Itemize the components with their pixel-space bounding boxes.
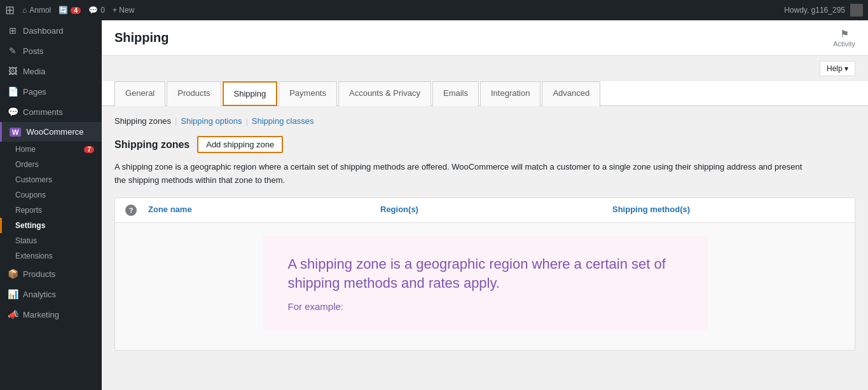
col-methods: Shipping method(s) [612, 205, 844, 216]
sidebar-sub-label: Status [15, 236, 37, 245]
media-icon: 🖼 [8, 66, 18, 76]
empty-state-box: A shipping zone is a geographic region w… [263, 236, 708, 332]
tab-integration[interactable]: Integration [480, 81, 541, 106]
howdy-text: Howdy, g116_295 [784, 6, 845, 15]
sidebar-item-comments[interactable]: 💬 Comments [0, 102, 102, 122]
zones-title: Shipping zones [114, 139, 189, 151]
add-shipping-zone-button[interactable]: Add shipping zone [197, 136, 283, 153]
sidebar-sub-settings[interactable]: Settings [0, 218, 102, 233]
settings-tabs: General Products Shipping Payments Accou… [102, 81, 868, 106]
sidebar-item-label: WooCommerce [26, 127, 83, 137]
wp-logo-icon[interactable]: ⊞ [5, 3, 15, 17]
top-bar: ⊞ ⌂ Anmol 🔄 4 💬 0 + New Howdy, g116_295 [0, 0, 868, 20]
sidebar-sub-label: Settings [15, 221, 45, 230]
sidebar-item-analytics[interactable]: 📊 Analytics [0, 284, 102, 304]
tab-emails[interactable]: Emails [432, 81, 479, 106]
sidebar-sub-label: Coupons [15, 191, 46, 199]
zones-description: A shipping zone is a geographic region w… [114, 161, 814, 187]
sidebar-sub-reports[interactable]: Reports [0, 203, 102, 218]
tab-content: Shipping zones | Shipping options | Ship… [102, 106, 868, 361]
marketing-icon: 📣 [8, 309, 18, 319]
col-regions: Region(s) [380, 205, 612, 216]
help-circle-icon[interactable]: ? [125, 205, 137, 216]
sidebar-item-posts[interactable]: ✎ Posts [0, 41, 102, 61]
sidebar-sub-status[interactable]: Status [0, 233, 102, 248]
empty-state-subtitle: For example: [288, 301, 682, 312]
comments-link[interactable]: 💬 0 [88, 6, 105, 15]
zones-header: Shipping zones Add shipping zone [114, 136, 855, 153]
shipping-zones-table: ? Zone name Region(s) Shipping method(s)… [114, 198, 855, 351]
subnav-zones[interactable]: Shipping zones [114, 116, 171, 126]
table-body-empty: A shipping zone is a geographic region w… [115, 223, 855, 350]
tab-shipping[interactable]: Shipping [223, 81, 278, 106]
sidebar-item-label: Marketing [23, 310, 59, 319]
tab-accounts-privacy[interactable]: Accounts & Privacy [338, 81, 431, 106]
analytics-icon: 📊 [8, 289, 18, 299]
activity-button[interactable]: ⚑ Activity [833, 28, 855, 48]
sidebar-sub-home[interactable]: Home 7 [0, 142, 102, 157]
sidebar-item-label: Media [23, 67, 45, 76]
tab-payments[interactable]: Payments [279, 81, 337, 106]
sidebar-item-pages[interactable]: 📄 Pages [0, 81, 102, 102]
sidebar-sub-label: Customers [15, 175, 52, 184]
comments-icon: 💬 [8, 107, 18, 117]
sidebar-item-label: Pages [23, 87, 46, 97]
posts-icon: ✎ [8, 46, 18, 56]
comment-icon: 💬 [88, 6, 98, 15]
updates-link[interactable]: 🔄 4 [59, 6, 81, 15]
sidebar-item-label: Comments [23, 107, 63, 117]
woo-icon: W [10, 128, 21, 137]
site-name-link[interactable]: ⌂ Anmol [22, 6, 51, 15]
tab-advanced[interactable]: Advanced [542, 81, 600, 106]
sidebar-sub-label: Extensions [15, 252, 53, 260]
sidebar-item-woocommerce[interactable]: W WooCommerce [0, 122, 102, 142]
help-bar: Help ▾ [102, 56, 868, 81]
page-title: Shipping [114, 30, 169, 45]
sidebar-item-label: Dashboard [23, 26, 64, 36]
sidebar-item-marketing[interactable]: 📣 Marketing [0, 304, 102, 325]
products-icon: 📦 [8, 269, 18, 279]
sidebar-item-products[interactable]: 📦 Products [0, 264, 102, 284]
sidebar-sub-customers[interactable]: Customers [0, 172, 102, 187]
sidebar: ⊞ Dashboard ✎ Posts 🖼 Media 📄 Pages 💬 Co… [0, 20, 102, 390]
sidebar-item-label: Products [23, 269, 55, 279]
sidebar-sub-extensions[interactable]: Extensions [0, 248, 102, 264]
sidebar-sub-label: Reports [15, 206, 42, 215]
shipping-subnav: Shipping zones | Shipping options | Ship… [114, 116, 855, 126]
updates-icon: 🔄 [59, 6, 68, 15]
new-content-link[interactable]: + New [113, 6, 134, 15]
pages-icon: 📄 [8, 86, 18, 97]
main-content: Shipping ⚑ Activity Help ▾ General Produ… [102, 20, 868, 390]
empty-state-title: A shipping zone is a geographic region w… [288, 255, 682, 294]
subnav-classes[interactable]: Shipping classes [252, 116, 314, 126]
home-icon: ⌂ [22, 6, 27, 15]
page-header: Shipping ⚑ Activity [102, 20, 868, 56]
tab-products[interactable]: Products [167, 81, 221, 106]
flag-icon: ⚑ [840, 28, 849, 40]
sidebar-item-dashboard[interactable]: ⊞ Dashboard [0, 20, 102, 41]
user-avatar[interactable] [850, 4, 863, 17]
sidebar-item-media[interactable]: 🖼 Media [0, 61, 102, 81]
sidebar-sub-label: Orders [15, 160, 39, 169]
help-button[interactable]: Help ▾ [820, 61, 855, 76]
tab-general[interactable]: General [114, 81, 165, 106]
table-header: ? Zone name Region(s) Shipping method(s) [115, 198, 855, 223]
sidebar-sub-orders[interactable]: Orders [0, 157, 102, 172]
dashboard-icon: ⊞ [8, 25, 18, 36]
sidebar-item-label: Posts [23, 46, 44, 56]
sidebar-sub-label: Home [15, 145, 36, 154]
sidebar-item-label: Analytics [23, 290, 56, 299]
col-zone-name: Zone name [148, 205, 380, 216]
sidebar-sub-coupons[interactable]: Coupons [0, 187, 102, 203]
subnav-options[interactable]: Shipping options [181, 116, 242, 126]
